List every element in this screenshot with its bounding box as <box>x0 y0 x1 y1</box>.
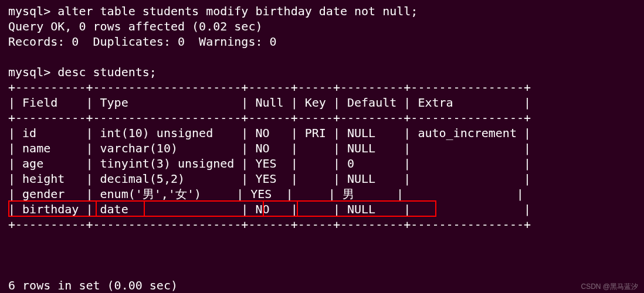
watermark: CSDN @黑马蓝汐 <box>581 282 638 291</box>
highlight-null-box <box>263 200 298 217</box>
table-header: | Field | Type | Null | Key | Default | … <box>8 96 531 110</box>
prompt: mysql> <box>8 65 57 79</box>
table-row: | gender | enum('男','女') | YES | | 男 | | <box>8 187 524 201</box>
table-row: | name | varchar(10) | NO | | NULL | | <box>8 141 531 155</box>
rows-in-set: 6 rows in set (0.00 sec) <box>8 278 178 292</box>
sql-command-2: desc students; <box>57 65 157 79</box>
query-result-line2: Records: 0 Duplicates: 0 Warnings: 0 <box>8 35 277 49</box>
table-border: +----------+---------------------+------… <box>8 111 531 125</box>
table-row: | height | decimal(5,2) | YES | | NULL |… <box>8 172 531 186</box>
prompt: mysql> <box>8 4 57 18</box>
desc-table: +----------+---------------------+------… <box>8 80 636 278</box>
highlight-type-box <box>96 200 145 217</box>
sql-command-1: alter table students modify birthday dat… <box>57 4 418 18</box>
table-row: | age | tinyint(3) unsigned | YES | | 0 … <box>8 156 531 171</box>
table-border: +----------+---------------------+------… <box>8 217 531 231</box>
table-row: | id | int(10) unsigned | NO | PRI | NUL… <box>8 126 531 140</box>
highlight-row-box <box>8 200 436 217</box>
table-border: +----------+---------------------+------… <box>8 80 531 94</box>
query-result-line1: Query OK, 0 rows affected (0.02 sec) <box>8 19 262 33</box>
terminal-output: mysql> alter table students modify birth… <box>0 0 644 293</box>
